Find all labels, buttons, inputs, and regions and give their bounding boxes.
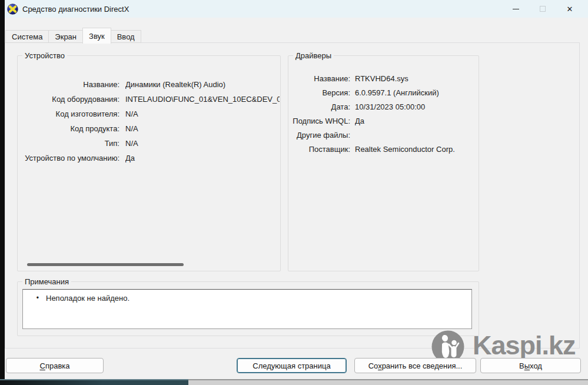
field-label: Код продукта: xyxy=(18,124,119,133)
next-page-button[interactable]: Следующая страница xyxy=(237,358,347,373)
exit-button-label-rest: ход xyxy=(530,361,542,370)
tab-display-label: Экран xyxy=(55,32,77,41)
field-value: Realtek Semiconductor Corp. xyxy=(355,145,478,154)
minimize-button[interactable] xyxy=(502,0,529,18)
close-button[interactable]: ✕ xyxy=(556,0,583,18)
exit-button-label-key: ы xyxy=(524,361,530,370)
tab-input-label: Ввод xyxy=(117,32,135,41)
drivers-groupbox: Драйверы Название:RTKVHD64.sys Версия:6.… xyxy=(288,55,479,271)
field-value: INTELAUDIO\FUNC_01&VEN_10EC&DEV_0256& xyxy=(125,95,280,104)
field-label: Другие файлы: xyxy=(289,131,350,140)
next-page-button-label: Следующая страница xyxy=(253,361,330,370)
field-label: Устройство по умолчанию: xyxy=(18,154,119,162)
drivers-info-rows: Название:RTKVHD64.sys Версия:6.0.9597.1 … xyxy=(289,71,478,156)
exit-button-label-pre: В xyxy=(519,361,524,370)
field-value: Да xyxy=(125,154,280,162)
field-value: Динамики (Realtek(R) Audio) xyxy=(125,80,280,89)
field-value: 6.0.9597.1 (Английский) xyxy=(355,88,478,97)
help-button-label: С xyxy=(40,361,45,370)
field-label: Поставщик: xyxy=(289,145,350,154)
field-label: Код изготовителя: xyxy=(18,109,119,118)
minimize-icon xyxy=(513,9,519,9)
device-info-rows: Название:Динамики (Realtek(R) Audio) Код… xyxy=(18,77,280,165)
save-button-label-rest: ранить все сведения... xyxy=(382,361,463,370)
close-icon: ✕ xyxy=(567,5,573,13)
window-controls: ✕ xyxy=(502,0,583,18)
device-group-title: Устройство xyxy=(22,51,67,60)
field-value: N/A xyxy=(125,139,280,148)
field-label: Тип: xyxy=(18,139,119,148)
note-item: • Неполадок не найдено. xyxy=(23,290,471,303)
field-label: Код оборудования: xyxy=(18,95,119,104)
tab-sound[interactable]: Звук xyxy=(82,28,111,44)
tab-display[interactable]: Экран xyxy=(48,30,83,43)
save-all-information-button[interactable]: Сохранить все сведения... xyxy=(354,358,476,373)
device-groupbox: Устройство Название:Динамики (Realtek(R)… xyxy=(17,55,281,271)
tab-input[interactable]: Ввод xyxy=(111,30,141,43)
field-value: 10/31/2023 05:00:00 xyxy=(355,102,478,111)
bottom-edge-light-strip xyxy=(188,379,588,385)
maximize-icon xyxy=(540,6,546,12)
notes-group-title: Примечания xyxy=(22,277,71,286)
window-title: Средство диагностики DirectX xyxy=(22,5,129,14)
field-value: N/A xyxy=(125,124,280,133)
horizontal-scrollbar[interactable] xyxy=(19,263,279,267)
field-label: Подпись WHQL: xyxy=(289,117,350,125)
field-label: Дата: xyxy=(289,102,350,111)
exit-button[interactable]: Выход xyxy=(480,358,581,373)
notes-listbox: • Неполадок не найдено. xyxy=(22,289,472,329)
drivers-group-title: Драйверы xyxy=(293,51,334,60)
note-text: Неполадок не найдено. xyxy=(39,294,129,303)
dxdiag-window: Средство диагностики DirectX ✕ Система Э… xyxy=(0,0,588,385)
field-value: Да xyxy=(355,117,478,125)
field-value: RTKVHD64.sys xyxy=(355,74,478,83)
notes-groupbox: Примечания • Неполадок не найдено. xyxy=(17,281,479,336)
sound-tab-page: Устройство Название:Динамики (Realtek(R)… xyxy=(5,42,580,349)
bullet-icon: • xyxy=(23,294,39,303)
tab-strip: Система Экран Звук Ввод xyxy=(5,27,141,43)
tab-sound-label: Звук xyxy=(89,32,105,41)
tab-system[interactable]: Система xyxy=(5,30,49,43)
tab-system-label: Система xyxy=(12,32,42,41)
maximize-button[interactable] xyxy=(529,0,556,18)
bottom-edge-dark-strip xyxy=(0,379,188,385)
field-label: Название: xyxy=(289,74,350,83)
field-value: N/A xyxy=(125,109,280,118)
field-label: Название: xyxy=(18,80,119,89)
directx-app-icon xyxy=(7,4,18,15)
help-button-label-rest: правка xyxy=(45,361,70,370)
title-bar: Средство диагностики DirectX ✕ xyxy=(5,0,588,18)
screen-left-edge xyxy=(0,0,5,385)
help-button[interactable]: Справка xyxy=(6,358,104,373)
save-button-label-pre: Со xyxy=(368,361,378,370)
horizontal-scrollbar-thumb[interactable] xyxy=(27,263,184,266)
field-label: Версия: xyxy=(289,88,350,97)
